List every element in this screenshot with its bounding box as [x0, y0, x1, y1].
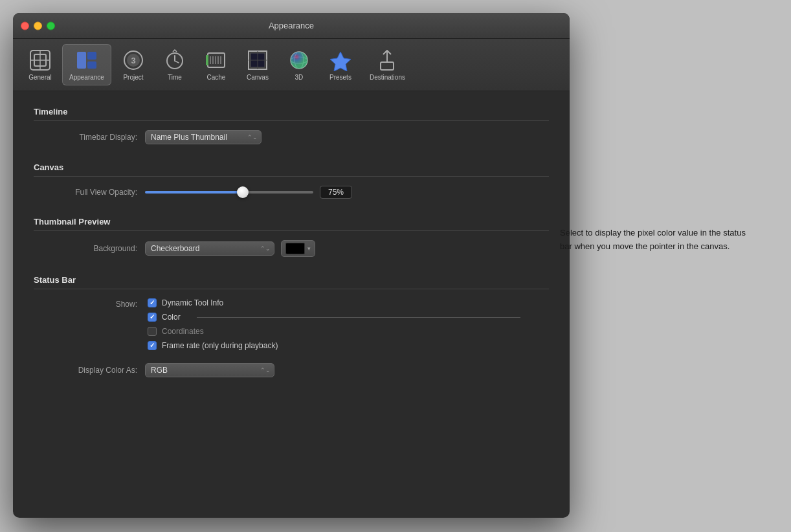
- cache-icon: [205, 49, 228, 72]
- timebar-row: Timebar Display: Name Plus Thumbnail Nam…: [34, 130, 549, 144]
- background-row: Background: Checkerboard White Black ▾: [34, 240, 549, 257]
- canvas-icon: [246, 49, 269, 72]
- background-select[interactable]: Checkerboard White Black: [145, 241, 274, 256]
- status-bar-section: Status Bar Show: ✓ Dynamic Tool Info ✓: [34, 275, 549, 377]
- checkboxes-group: ✓ Dynamic Tool Info ✓ Color: [145, 298, 278, 355]
- thumbnail-preview-section: Thumbnail Preview Background: Checkerboa…: [34, 217, 549, 257]
- dynamic-tool-info-checkbox[interactable]: ✓: [148, 298, 157, 307]
- svg-rect-5: [87, 52, 96, 60]
- svg-rect-4: [77, 52, 86, 69]
- opacity-row: Full View Opacity: 75%: [34, 186, 549, 199]
- tooltip-text: Select to display the pixel color value …: [560, 228, 746, 251]
- 3d-icon: [287, 49, 311, 72]
- minimize-button[interactable]: [34, 21, 42, 30]
- time-icon: [163, 49, 186, 72]
- show-label: Show:: [47, 298, 137, 309]
- display-color-select-wrapper: RGB HSL HSB CMYK: [145, 363, 274, 377]
- toolbar-item-cache[interactable]: Cache: [197, 44, 236, 85]
- toolbar-item-3d[interactable]: 3D: [280, 44, 318, 85]
- maximize-button[interactable]: [47, 21, 55, 30]
- color-swatch: [285, 243, 305, 254]
- presets-icon: [329, 49, 352, 72]
- general-icon: [28, 49, 52, 72]
- traffic-lights: [21, 21, 55, 30]
- destinations-icon: [375, 49, 399, 72]
- dynamic-tool-info-row: ✓ Dynamic Tool Info: [145, 298, 278, 307]
- app-window: Appearance General: [13, 13, 570, 518]
- color-swatch-button[interactable]: ▾: [281, 240, 315, 257]
- display-color-label: Display Color As:: [47, 366, 137, 375]
- 3d-label: 3D: [295, 74, 304, 81]
- appearance-icon: [75, 49, 98, 72]
- tooltip-callout: Select to display the pixel color value …: [560, 227, 754, 254]
- coordinates-checkbox[interactable]: [148, 327, 157, 336]
- background-label: Background:: [47, 244, 137, 253]
- display-color-select[interactable]: RGB HSL HSB CMYK: [145, 363, 274, 377]
- status-bar-header: Status Bar: [34, 275, 549, 289]
- opacity-slider-track[interactable]: [145, 191, 313, 194]
- time-label: Time: [168, 74, 182, 81]
- thumbnail-preview-header: Thumbnail Preview: [34, 217, 549, 231]
- background-select-wrapper: Checkerboard White Black: [145, 241, 274, 256]
- color-label: Color: [162, 313, 181, 322]
- svg-rect-14: [206, 55, 208, 65]
- color-row: ✓ Color: [145, 313, 278, 322]
- svg-text:3: 3: [131, 56, 135, 65]
- dynamic-tool-info-label: Dynamic Tool Info: [162, 298, 223, 307]
- checkmark-icon: ✓: [150, 342, 155, 349]
- frame-rate-label: Frame rate (only during playback): [162, 341, 278, 350]
- main-content: Timeline Timebar Display: Name Plus Thum…: [13, 91, 570, 411]
- timebar-select-wrapper: Name Plus Thumbnail Name Only Thumbnail …: [145, 130, 262, 144]
- toolbar-item-destinations[interactable]: Destinations: [362, 44, 412, 85]
- general-label: General: [28, 74, 52, 81]
- checkmark-icon: ✓: [150, 314, 155, 320]
- project-icon: 3: [122, 49, 145, 72]
- color-callout-line: [197, 317, 520, 318]
- frame-rate-checkbox[interactable]: ✓: [148, 341, 157, 350]
- toolbar-item-canvas[interactable]: Canvas: [238, 44, 277, 85]
- toolbar-item-presets[interactable]: Presets: [321, 44, 360, 85]
- toolbar: General Appearance 3 Projec: [13, 39, 570, 91]
- canvas-header: Canvas: [34, 162, 549, 177]
- display-color-row: Display Color As: RGB HSL HSB CMYK: [34, 363, 549, 377]
- toolbar-item-project[interactable]: 3 Project: [114, 44, 153, 85]
- toolbar-item-general[interactable]: General: [21, 44, 60, 85]
- canvas-section: Canvas Full View Opacity: 75%: [34, 162, 549, 199]
- timeline-header: Timeline: [34, 107, 549, 121]
- presets-label: Presets: [329, 74, 351, 81]
- svg-point-27: [291, 52, 307, 69]
- opacity-slider-thumb[interactable]: [237, 186, 249, 198]
- close-button[interactable]: [21, 21, 29, 30]
- titlebar: Appearance: [13, 13, 570, 39]
- canvas-label: Canvas: [247, 74, 269, 81]
- project-label: Project: [123, 74, 143, 81]
- toolbar-item-time[interactable]: Time: [155, 44, 194, 85]
- coordinates-label: Coordinates: [162, 327, 204, 336]
- opacity-label: Full View Opacity:: [47, 188, 137, 197]
- cache-label: Cache: [206, 74, 225, 81]
- swatch-chevron-icon: ▾: [307, 245, 311, 252]
- coordinates-row: Coordinates: [145, 327, 278, 336]
- opacity-slider-container: 75%: [145, 186, 352, 199]
- appearance-label: Appearance: [69, 74, 104, 81]
- show-container: Show: ✓ Dynamic Tool Info ✓ Co: [34, 298, 549, 355]
- svg-rect-28: [381, 62, 394, 70]
- timebar-label: Timebar Display:: [47, 133, 137, 142]
- svg-rect-6: [87, 61, 96, 69]
- timebar-display-select[interactable]: Name Plus Thumbnail Name Only Thumbnail …: [145, 130, 262, 144]
- toolbar-item-appearance[interactable]: Appearance: [62, 44, 111, 85]
- window-title: Appearance: [269, 21, 314, 30]
- color-checkbox[interactable]: ✓: [148, 313, 157, 322]
- checkmark-icon: ✓: [150, 300, 155, 306]
- svg-line-12: [175, 61, 179, 63]
- frame-rate-row: ✓ Frame rate (only during playback): [145, 341, 278, 350]
- destinations-label: Destinations: [370, 74, 405, 81]
- timeline-section: Timeline Timebar Display: Name Plus Thum…: [34, 107, 549, 144]
- opacity-value[interactable]: 75%: [320, 186, 352, 199]
